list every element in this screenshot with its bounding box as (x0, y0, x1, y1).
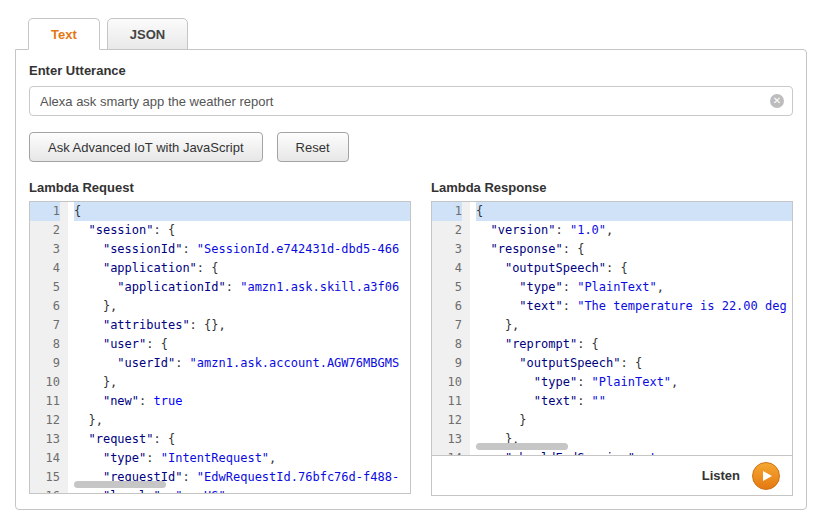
reset-button[interactable]: Reset (277, 132, 349, 162)
line-number: 12 (30, 411, 60, 430)
code-line: "application": { (74, 259, 410, 278)
code-line: "attributes": {}, (74, 316, 410, 335)
line-number: 11 (432, 392, 462, 411)
gutter: 12345678910111213141516 (30, 202, 68, 493)
code-line: "applicationId": "amzn1.ask.skill.a3f06 (74, 278, 410, 297)
lambda-response-panel: Lambda Response 1234567891011121314 { "v… (431, 180, 793, 496)
listen-label: Listen (702, 468, 740, 483)
ask-button[interactable]: Ask Advanced IoT with JavaScript (29, 132, 263, 162)
code-line: "type": "PlainText", (476, 278, 792, 297)
code-line: "type": "IntentRequest", (74, 449, 410, 468)
line-number: 2 (30, 221, 60, 240)
line-number: 10 (30, 373, 60, 392)
code-line: "userId": "amzn1.ask.account.AGW76MBGMS (74, 354, 410, 373)
code-line: "request": { (74, 430, 410, 449)
code-line: "user": { (74, 335, 410, 354)
line-number: 11 (30, 392, 60, 411)
utterance-label: Enter Utterance (29, 63, 793, 78)
line-number: 3 (432, 240, 462, 259)
code-lines: { "session": { "sessionId": "SessionId.e… (68, 202, 410, 493)
line-number: 9 (30, 354, 60, 373)
line-number: 6 (30, 297, 60, 316)
code-line: "text": "The temperature is 22.00 deg (476, 297, 792, 316)
listen-play-button[interactable] (752, 462, 780, 490)
code-line: "response": { (476, 240, 792, 259)
lambda-panels: Lambda Request 12345678910111213141516 {… (29, 180, 793, 496)
line-number: 1 (432, 202, 462, 221)
play-icon (763, 471, 772, 481)
lambda-response-title: Lambda Response (431, 180, 793, 195)
code-line: { (74, 202, 410, 221)
line-number: 3 (30, 240, 60, 259)
line-number: 8 (30, 335, 60, 354)
utterance-input[interactable] (29, 86, 793, 116)
gutter: 1234567891011121314 (432, 202, 470, 455)
line-number: 9 (432, 354, 462, 373)
code-line: "outputSpeech": { (476, 354, 792, 373)
code-line: "reprompt": { (476, 335, 792, 354)
line-number: 15 (30, 468, 60, 487)
lambda-response-editor[interactable]: 1234567891011121314 { "version": "1.0", … (431, 201, 793, 456)
line-number: 7 (432, 316, 462, 335)
horizontal-scrollbar[interactable] (74, 481, 166, 488)
lambda-request-title: Lambda Request (29, 180, 411, 195)
line-number: 5 (30, 278, 60, 297)
code-line: { (476, 202, 792, 221)
code-line: } (476, 411, 792, 430)
code-line: "text": "" (476, 392, 792, 411)
code-line: }, (74, 411, 410, 430)
code-line: "session": { (74, 221, 410, 240)
line-number: 7 (30, 316, 60, 335)
code-line: }, (74, 373, 410, 392)
code-line: "sessionId": "SessionId.e742431d-dbd5-46… (74, 240, 410, 259)
line-number: 12 (432, 411, 462, 430)
listen-bar: Listen (431, 456, 793, 496)
code-line: }, (74, 297, 410, 316)
line-number: 10 (432, 373, 462, 392)
utterance-input-wrap: ✕ (29, 86, 793, 116)
service-simulator: Text JSON Enter Utterance ✕ Ask Advanced… (0, 0, 822, 510)
lambda-request-editor[interactable]: 12345678910111213141516 { "session": { "… (29, 201, 411, 494)
line-number: 6 (432, 297, 462, 316)
line-number: 13 (432, 430, 462, 449)
line-number: 16 (30, 487, 60, 494)
line-number: 5 (432, 278, 462, 297)
code-line: "outputSpeech": { (476, 259, 792, 278)
tab-bar: Text JSON (28, 18, 807, 49)
line-number: 1 (30, 202, 60, 221)
line-number: 14 (432, 449, 462, 456)
tab-text[interactable]: Text (28, 18, 100, 50)
code-line: "version": "1.0", (476, 221, 792, 240)
line-number: 4 (432, 259, 462, 278)
simulator-panel: Enter Utterance ✕ Ask Advanced IoT with … (15, 49, 807, 510)
code-line: }, (476, 316, 792, 335)
line-number: 2 (432, 221, 462, 240)
code-lines: { "version": "1.0", "response": { "outpu… (470, 202, 792, 455)
button-row: Ask Advanced IoT with JavaScript Reset (29, 132, 793, 162)
tab-json[interactable]: JSON (107, 18, 188, 50)
line-number: 4 (30, 259, 60, 278)
code-line: "type": "PlainText", (476, 373, 792, 392)
horizontal-scrollbar[interactable] (476, 443, 568, 450)
line-number: 13 (30, 430, 60, 449)
lambda-request-panel: Lambda Request 12345678910111213141516 {… (29, 180, 411, 496)
line-number: 14 (30, 449, 60, 468)
line-number: 8 (432, 335, 462, 354)
code-line: "new": true (74, 392, 410, 411)
clear-input-icon[interactable]: ✕ (770, 94, 784, 108)
